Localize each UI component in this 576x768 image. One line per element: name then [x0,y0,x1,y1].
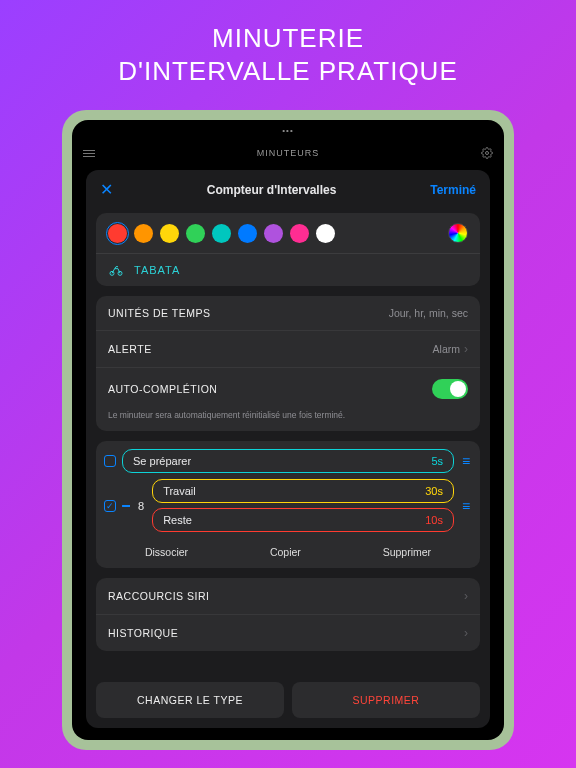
work-duration: 30s [425,485,443,497]
interval-actions: Dissocier Copier Supprimer [104,538,472,560]
color-palette-row [96,213,480,253]
color-swatch[interactable] [160,224,179,243]
autocomplete-description: Le minuteur sera automatiquement réiniti… [96,410,480,431]
color-wheel-icon[interactable] [448,223,468,243]
copy-action[interactable]: Copier [270,546,301,558]
color-swatch[interactable] [212,224,231,243]
rest-name: Reste [163,514,192,526]
color-swatch[interactable] [238,224,257,243]
status-dots-icon: ••• [282,126,293,135]
history-row[interactable]: HISTORIQUE › [96,614,480,651]
drag-handle-icon[interactable]: ≡ [460,498,472,514]
promo-line1: MINUTERIE [0,22,576,55]
siri-shortcuts-row[interactable]: RACCOURCIS SIRI › [96,578,480,614]
modal-body: TABATA UNITÉS DE TEMPS Jour, hr, min, se… [86,209,490,682]
interval-prep-row: Se préparer 5s ≡ [104,449,472,473]
color-swatch[interactable] [108,224,127,243]
group-bracket [122,505,130,507]
prep-name: Se préparer [133,455,191,467]
units-label: UNITÉS DE TEMPS [108,307,210,319]
autocomplete-row: AUTO-COMPLÉTION [96,367,480,410]
done-button[interactable]: Terminé [430,183,476,197]
svg-point-0 [486,152,489,155]
chevron-right-icon: › [464,589,468,603]
app-nav-bar: MINUTEURS [72,140,504,166]
modal-title: Compteur d'Intervalles [207,183,337,197]
tablet-screen: ••• MINUTEURS ✕ Compteur d'Intervalles T… [72,120,504,740]
change-type-button[interactable]: CHANGER LE TYPE [96,682,284,718]
modal-header: ✕ Compteur d'Intervalles Terminé [86,170,490,209]
history-label: HISTORIQUE [108,627,178,639]
bike-icon [108,262,124,278]
color-swatch[interactable] [316,224,335,243]
prep-checkbox[interactable] [104,455,116,467]
siri-label: RACCOURCIS SIRI [108,590,209,602]
rest-duration: 10s [425,514,443,526]
intervals-card: Se préparer 5s ≡ 8 Travail 30s [96,441,480,568]
group-checkbox[interactable] [104,500,116,512]
status-bar: ••• [72,120,504,140]
prep-duration: 5s [431,455,443,467]
close-button[interactable]: ✕ [100,180,113,199]
autocomplete-label: AUTO-COMPLÉTION [108,383,217,395]
menu-icon[interactable] [82,146,96,160]
bottom-button-bar: CHANGER LE TYPE SUPPRIMER [86,682,490,728]
color-swatch[interactable] [290,224,309,243]
preset-name: TABATA [134,264,180,276]
interval-group-row: 8 Travail 30s Reste 10s ≡ [104,479,472,532]
units-row[interactable]: UNITÉS DE TEMPS Jour, hr, min, sec [96,296,480,330]
units-value: Jour, hr, min, sec [389,307,468,319]
work-pill[interactable]: Travail 30s [152,479,454,503]
svg-point-2 [118,271,122,275]
nav-title: MINUTEURS [96,148,480,158]
color-swatch[interactable] [186,224,205,243]
alert-value: Alarm› [433,342,468,356]
preset-row[interactable]: TABATA [96,253,480,286]
links-card: RACCOURCIS SIRI › HISTORIQUE › [96,578,480,651]
tablet-frame: ••• MINUTEURS ✕ Compteur d'Intervalles T… [62,110,514,750]
rest-pill[interactable]: Reste 10s [152,508,454,532]
promo-line2: D'INTERVALLE PRATIQUE [0,55,576,88]
promo-headline: MINUTERIE D'INTERVALLE PRATIQUE [0,0,576,105]
alert-label: ALERTE [108,343,152,355]
color-swatch[interactable] [134,224,153,243]
group-repeat-count[interactable]: 8 [136,500,146,512]
chevron-right-icon: › [464,342,468,356]
autocomplete-toggle[interactable] [432,379,468,399]
prep-pill[interactable]: Se préparer 5s [122,449,454,473]
gear-icon[interactable] [480,146,494,160]
color-swatch[interactable] [264,224,283,243]
group-pills: Travail 30s Reste 10s [152,479,454,532]
drag-handle-icon[interactable]: ≡ [460,453,472,469]
delete-button[interactable]: SUPPRIMER [292,682,480,718]
delete-action[interactable]: Supprimer [383,546,431,558]
svg-point-1 [110,271,114,275]
chevron-right-icon: › [464,626,468,640]
color-preset-card: TABATA [96,213,480,286]
settings-card: UNITÉS DE TEMPS Jour, hr, min, sec ALERT… [96,296,480,431]
interval-editor-modal: ✕ Compteur d'Intervalles Terminé TABATA … [86,170,490,728]
alert-row[interactable]: ALERTE Alarm› [96,330,480,367]
work-name: Travail [163,485,196,497]
ungroup-action[interactable]: Dissocier [145,546,188,558]
